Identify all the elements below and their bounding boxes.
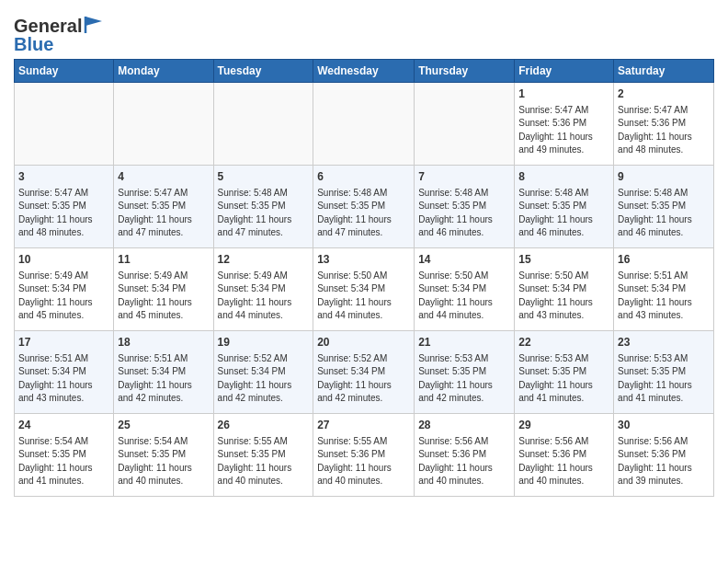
day-info: Sunrise: 5:54 AMSunset: 5:35 PMDaylight:… xyxy=(18,435,109,488)
calendar-body: 1Sunrise: 5:47 AMSunset: 5:36 PMDaylight… xyxy=(15,83,714,497)
day-number: 16 xyxy=(618,252,710,268)
day-number: 19 xyxy=(218,335,310,350)
day-info: Sunrise: 5:56 AMSunset: 5:36 PMDaylight:… xyxy=(418,435,510,488)
day-number: 30 xyxy=(618,418,710,433)
day-info: Sunrise: 5:53 AMSunset: 5:35 PMDaylight:… xyxy=(518,352,609,406)
day-info: Sunrise: 5:55 AMSunset: 5:35 PMDaylight:… xyxy=(218,435,310,488)
header-row: SundayMondayTuesdayWednesdayThursdayFrid… xyxy=(15,60,714,83)
day-number: 24 xyxy=(18,418,109,433)
calendar-cell: 30Sunrise: 5:56 AMSunset: 5:36 PMDayligh… xyxy=(614,414,714,497)
day-number: 29 xyxy=(518,418,609,433)
col-header-tuesday: Tuesday xyxy=(213,60,313,83)
day-number: 9 xyxy=(618,169,710,185)
calendar-week-2: 3Sunrise: 5:47 AMSunset: 5:35 PMDaylight… xyxy=(15,166,714,248)
day-info: Sunrise: 5:55 AMSunset: 5:36 PMDaylight:… xyxy=(317,435,410,488)
calendar-cell: 29Sunrise: 5:56 AMSunset: 5:36 PMDayligh… xyxy=(515,414,614,497)
calendar-cell xyxy=(313,83,415,166)
calendar-cell: 5Sunrise: 5:48 AMSunset: 5:35 PMDaylight… xyxy=(213,166,313,248)
col-header-monday: Monday xyxy=(114,60,213,83)
day-number: 6 xyxy=(317,169,410,185)
header: General Blue xyxy=(14,9,714,53)
calendar-week-1: 1Sunrise: 5:47 AMSunset: 5:36 PMDaylight… xyxy=(15,83,714,166)
calendar-cell: 4Sunrise: 5:47 AMSunset: 5:35 PMDaylight… xyxy=(114,166,213,248)
day-info: Sunrise: 5:47 AMSunset: 5:35 PMDaylight:… xyxy=(18,187,109,240)
day-info: Sunrise: 5:51 AMSunset: 5:34 PMDaylight:… xyxy=(18,352,109,406)
day-info: Sunrise: 5:48 AMSunset: 5:35 PMDaylight:… xyxy=(218,187,310,240)
col-header-wednesday: Wednesday xyxy=(313,60,415,83)
calendar-cell: 10Sunrise: 5:49 AMSunset: 5:34 PMDayligh… xyxy=(15,248,114,331)
calendar-cell: 1Sunrise: 5:47 AMSunset: 5:36 PMDaylight… xyxy=(515,83,614,166)
day-number: 11 xyxy=(118,252,209,268)
day-number: 8 xyxy=(518,169,609,185)
day-info: Sunrise: 5:56 AMSunset: 5:36 PMDaylight:… xyxy=(618,435,710,488)
day-info: Sunrise: 5:53 AMSunset: 5:35 PMDaylight:… xyxy=(618,352,710,406)
day-info: Sunrise: 5:49 AMSunset: 5:34 PMDaylight:… xyxy=(218,270,310,323)
day-info: Sunrise: 5:47 AMSunset: 5:36 PMDaylight:… xyxy=(618,104,710,157)
calendar-cell: 26Sunrise: 5:55 AMSunset: 5:35 PMDayligh… xyxy=(213,414,313,497)
day-info: Sunrise: 5:48 AMSunset: 5:35 PMDaylight:… xyxy=(618,187,710,240)
day-info: Sunrise: 5:48 AMSunset: 5:35 PMDaylight:… xyxy=(518,187,609,240)
calendar-cell xyxy=(15,83,114,166)
logo-flag-icon xyxy=(84,17,104,33)
calendar-cell: 22Sunrise: 5:53 AMSunset: 5:35 PMDayligh… xyxy=(515,331,614,414)
day-info: Sunrise: 5:49 AMSunset: 5:34 PMDaylight:… xyxy=(18,270,109,323)
day-number: 10 xyxy=(18,252,109,268)
calendar-cell: 20Sunrise: 5:52 AMSunset: 5:34 PMDayligh… xyxy=(313,331,415,414)
calendar-cell: 8Sunrise: 5:48 AMSunset: 5:35 PMDaylight… xyxy=(515,166,614,248)
calendar-table: SundayMondayTuesdayWednesdayThursdayFrid… xyxy=(14,59,714,497)
calendar-cell: 11Sunrise: 5:49 AMSunset: 5:34 PMDayligh… xyxy=(114,248,213,331)
day-number: 27 xyxy=(317,418,410,433)
calendar-cell: 7Sunrise: 5:48 AMSunset: 5:35 PMDaylight… xyxy=(415,166,515,248)
calendar-cell: 23Sunrise: 5:53 AMSunset: 5:35 PMDayligh… xyxy=(614,331,714,414)
col-header-thursday: Thursday xyxy=(415,60,515,83)
day-info: Sunrise: 5:47 AMSunset: 5:36 PMDaylight:… xyxy=(518,104,609,157)
calendar-cell xyxy=(415,83,515,166)
calendar-cell: 9Sunrise: 5:48 AMSunset: 5:35 PMDaylight… xyxy=(614,166,714,248)
col-header-friday: Friday xyxy=(515,60,614,83)
calendar-cell: 12Sunrise: 5:49 AMSunset: 5:34 PMDayligh… xyxy=(213,248,313,331)
calendar-cell: 3Sunrise: 5:47 AMSunset: 5:35 PMDaylight… xyxy=(15,166,114,248)
logo-blue-text: Blue xyxy=(14,35,53,53)
day-number: 22 xyxy=(518,335,609,350)
day-number: 21 xyxy=(418,335,510,350)
day-number: 23 xyxy=(618,335,710,350)
day-info: Sunrise: 5:53 AMSunset: 5:35 PMDaylight:… xyxy=(418,352,510,406)
logo-general-text: General xyxy=(14,17,82,35)
day-number: 20 xyxy=(317,335,410,350)
calendar-cell: 6Sunrise: 5:48 AMSunset: 5:35 PMDaylight… xyxy=(313,166,415,248)
calendar-cell: 16Sunrise: 5:51 AMSunset: 5:34 PMDayligh… xyxy=(614,248,714,331)
day-info: Sunrise: 5:48 AMSunset: 5:35 PMDaylight:… xyxy=(317,187,410,240)
logo: General Blue xyxy=(14,17,104,53)
calendar-cell: 27Sunrise: 5:55 AMSunset: 5:36 PMDayligh… xyxy=(313,414,415,497)
calendar-week-3: 10Sunrise: 5:49 AMSunset: 5:34 PMDayligh… xyxy=(15,248,714,331)
calendar-cell: 13Sunrise: 5:50 AMSunset: 5:34 PMDayligh… xyxy=(313,248,415,331)
col-header-saturday: Saturday xyxy=(614,60,714,83)
calendar-cell: 21Sunrise: 5:53 AMSunset: 5:35 PMDayligh… xyxy=(415,331,515,414)
calendar-header: SundayMondayTuesdayWednesdayThursdayFrid… xyxy=(15,60,714,83)
svg-marker-0 xyxy=(85,17,102,26)
day-number: 4 xyxy=(118,169,209,185)
day-info: Sunrise: 5:50 AMSunset: 5:34 PMDaylight:… xyxy=(418,270,510,323)
day-number: 13 xyxy=(317,252,410,268)
calendar-week-5: 24Sunrise: 5:54 AMSunset: 5:35 PMDayligh… xyxy=(15,414,714,497)
day-number: 25 xyxy=(118,418,209,433)
calendar-cell: 25Sunrise: 5:54 AMSunset: 5:35 PMDayligh… xyxy=(114,414,213,497)
calendar-cell: 28Sunrise: 5:56 AMSunset: 5:36 PMDayligh… xyxy=(415,414,515,497)
day-number: 12 xyxy=(218,252,310,268)
day-info: Sunrise: 5:50 AMSunset: 5:34 PMDaylight:… xyxy=(317,270,410,323)
day-number: 17 xyxy=(18,335,109,350)
day-info: Sunrise: 5:54 AMSunset: 5:35 PMDaylight:… xyxy=(118,435,209,488)
calendar-cell: 15Sunrise: 5:50 AMSunset: 5:34 PMDayligh… xyxy=(515,248,614,331)
day-number: 28 xyxy=(418,418,510,433)
calendar-cell: 24Sunrise: 5:54 AMSunset: 5:35 PMDayligh… xyxy=(15,414,114,497)
day-info: Sunrise: 5:48 AMSunset: 5:35 PMDaylight:… xyxy=(418,187,510,240)
page: General Blue SundayMondayTuesdayWednesda… xyxy=(0,0,728,511)
calendar-cell: 19Sunrise: 5:52 AMSunset: 5:34 PMDayligh… xyxy=(213,331,313,414)
calendar-cell xyxy=(213,83,313,166)
day-number: 15 xyxy=(518,252,609,268)
calendar-cell: 17Sunrise: 5:51 AMSunset: 5:34 PMDayligh… xyxy=(15,331,114,414)
day-info: Sunrise: 5:52 AMSunset: 5:34 PMDaylight:… xyxy=(317,352,410,406)
day-info: Sunrise: 5:51 AMSunset: 5:34 PMDaylight:… xyxy=(618,270,710,323)
day-number: 7 xyxy=(418,169,510,185)
day-number: 14 xyxy=(418,252,510,268)
